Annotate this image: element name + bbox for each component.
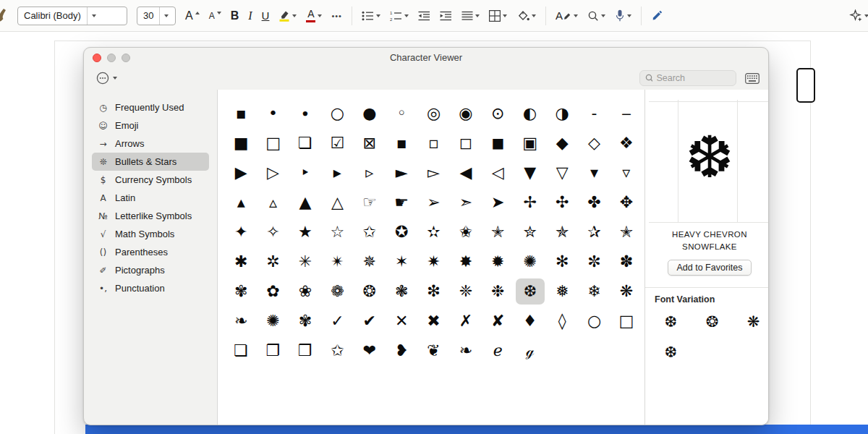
character-cell[interactable]: ✩: [323, 338, 352, 364]
sidebar-item-pictographs[interactable]: ✐Pictographs: [92, 261, 209, 279]
character-cell[interactable]: ◼: [483, 130, 512, 156]
italic-button[interactable]: I: [248, 6, 252, 26]
character-cell[interactable]: ➤: [483, 190, 512, 216]
character-cell[interactable]: ❐: [259, 338, 288, 364]
character-cell[interactable]: ✺: [259, 308, 288, 334]
character-cell[interactable]: ◀: [451, 160, 480, 186]
grow-font-button[interactable]: A: [185, 6, 200, 26]
recently-used-menu-button[interactable]: [96, 72, 117, 85]
sidebar-item-currency-symbols[interactable]: $Currency Symbols: [92, 171, 209, 189]
character-cell[interactable]: ‐: [579, 101, 608, 127]
character-cell[interactable]: ▼: [516, 160, 545, 186]
character-cell[interactable]: ✗: [451, 308, 480, 334]
character-cell[interactable]: ◑: [548, 101, 576, 127]
zoom-button[interactable]: [122, 54, 130, 62]
character-cell[interactable]: □: [612, 308, 641, 334]
character-cell[interactable]: ✸: [451, 249, 480, 275]
character-cell[interactable]: ✢: [516, 190, 545, 216]
character-cell[interactable]: ✴: [323, 249, 352, 275]
minimize-button[interactable]: [107, 54, 116, 62]
character-cell[interactable]: ✱: [226, 249, 255, 275]
character-cell[interactable]: ■: [226, 130, 255, 156]
character-cell[interactable]: ❏: [226, 338, 255, 364]
character-cell[interactable]: ✼: [579, 249, 608, 275]
character-cell[interactable]: ★: [291, 219, 320, 245]
character-cell[interactable]: ▹: [355, 160, 384, 186]
character-cell[interactable]: ◉: [451, 101, 480, 127]
character-cell[interactable]: ✭: [483, 219, 512, 245]
character-cell[interactable]: ◐: [516, 101, 545, 127]
character-cell[interactable]: ✶: [387, 249, 416, 275]
character-cell[interactable]: ◊: [548, 308, 576, 334]
character-cell[interactable]: ✯: [548, 219, 576, 245]
character-cell[interactable]: ◇: [579, 130, 608, 156]
copilot-button[interactable]: [849, 6, 868, 26]
character-cell[interactable]: ❒: [291, 338, 320, 364]
character-cell[interactable]: ✭: [612, 219, 641, 245]
character-cell[interactable]: ✕: [387, 308, 416, 334]
character-cell[interactable]: ✺: [516, 249, 545, 275]
character-cell[interactable]: ▾: [579, 160, 608, 186]
character-cell[interactable]: ✻: [548, 249, 576, 275]
character-cell[interactable]: ☆: [323, 219, 352, 245]
search-input[interactable]: [656, 73, 731, 83]
character-cell[interactable]: ►: [387, 160, 416, 186]
character-cell[interactable]: ✾: [291, 308, 320, 334]
font-variation-glyph[interactable]: ❆: [650, 337, 692, 367]
editor-button[interactable]: [651, 6, 663, 26]
character-cell[interactable]: ✿: [259, 278, 288, 305]
character-cell[interactable]: ✾: [226, 278, 255, 305]
shrink-font-button[interactable]: A: [209, 6, 221, 26]
character-cell[interactable]: ❤: [355, 338, 384, 364]
search-field[interactable]: [639, 70, 736, 86]
sidebar-item-math-symbols[interactable]: √Math Symbols: [92, 225, 209, 243]
increase-indent-button[interactable]: [440, 6, 452, 26]
character-cell[interactable]: ▲: [291, 190, 320, 216]
character-cell[interactable]: ❇: [420, 278, 448, 305]
character-cell[interactable]: ✷: [420, 249, 448, 275]
character-cell[interactable]: ❃: [387, 278, 416, 305]
character-cell[interactable]: •: [259, 101, 288, 127]
character-cell[interactable]: ▣: [516, 130, 545, 156]
character-cell[interactable]: ❄: [579, 278, 608, 305]
character-cell[interactable]: ℊ: [516, 338, 545, 364]
character-cell[interactable]: △: [323, 190, 352, 216]
font-variation-glyph[interactable]: ❂: [692, 307, 733, 337]
character-cell[interactable]: ▿: [612, 160, 641, 186]
sidebar-item-latin[interactable]: ALatin: [92, 189, 209, 207]
character-cell[interactable]: ✳: [291, 249, 320, 275]
character-cell[interactable]: ◦: [387, 101, 416, 127]
character-cell[interactable]: ⊠: [355, 130, 384, 156]
character-cell[interactable]: ❅: [548, 278, 576, 305]
styles-button[interactable]: A: [556, 6, 578, 26]
decrease-indent-button[interactable]: [418, 6, 430, 26]
character-cell[interactable]: ☛: [387, 190, 416, 216]
bullets-button[interactable]: [362, 6, 380, 26]
character-cell[interactable]: □: [259, 130, 288, 156]
character-cell[interactable]: ▴: [226, 190, 255, 216]
character-cell[interactable]: ✔: [355, 308, 384, 334]
character-cell[interactable]: ♦: [516, 308, 545, 334]
dictate-button[interactable]: [615, 6, 631, 26]
character-cell[interactable]: ❈: [451, 278, 480, 305]
font-variation-glyph[interactable]: ❋: [733, 307, 769, 337]
character-cell[interactable]: ✣: [548, 190, 576, 216]
more-formatting-button[interactable]: •••: [331, 6, 342, 26]
sidebar-item-parentheses[interactable]: ()Parentheses: [92, 243, 209, 261]
sidebar-item-punctuation[interactable]: •,Punctuation: [92, 279, 209, 297]
character-cell[interactable]: ✬: [451, 219, 480, 245]
character-cell[interactable]: ✩: [355, 219, 384, 245]
character-cell[interactable]: ▪: [387, 130, 416, 156]
font-variation-glyph[interactable]: ❆: [650, 307, 692, 337]
borders-button[interactable]: [489, 6, 507, 26]
character-cell[interactable]: ❧: [226, 308, 255, 334]
character-cell[interactable]: ➣: [451, 190, 480, 216]
character-cell[interactable]: ◻: [451, 130, 480, 156]
underline-button[interactable]: U: [262, 6, 270, 26]
character-cell[interactable]: ☑: [323, 130, 352, 156]
character-cell[interactable]: ∙: [291, 101, 320, 127]
sidebar-item-emoji[interactable]: ☺Emoji: [92, 116, 209, 135]
character-cell[interactable]: ✫: [420, 219, 448, 245]
character-cell[interactable]: ‣: [291, 160, 320, 186]
bold-button[interactable]: B: [231, 6, 239, 26]
